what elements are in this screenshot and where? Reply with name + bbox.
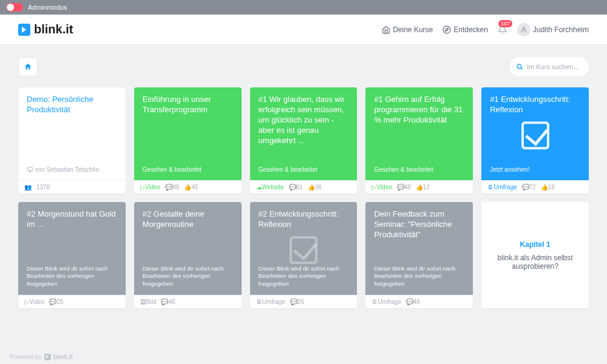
card-title: Demo: Persönliche Produktivität bbox=[27, 95, 117, 115]
card-status: Gesehen & bearbeitet bbox=[143, 166, 233, 173]
comment-count: 💬46 bbox=[161, 298, 175, 305]
comment-count: 💬48 bbox=[397, 184, 411, 190]
comment-count: 💬72 bbox=[522, 184, 536, 190]
card-reflexion-2[interactable]: #2 Entwicklungsschritt: Reflexion Dieser… bbox=[250, 202, 358, 308]
comment-count: 💬48 bbox=[406, 298, 420, 305]
card-intro[interactable]: Einführung in unser Transferprogramm Ges… bbox=[134, 87, 242, 194]
nav-discover[interactable]: Entdecken bbox=[443, 25, 488, 34]
card-demo[interactable]: Demo: Persönliche Produktivität von Seba… bbox=[18, 87, 126, 194]
check-icon bbox=[521, 121, 549, 149]
nav-notifications[interactable]: 107 bbox=[498, 25, 507, 35]
brand-logo[interactable]: blink.it bbox=[18, 22, 73, 36]
type-label: 🗎Umfrage bbox=[371, 298, 401, 305]
comment-count: 💬26 bbox=[290, 298, 304, 305]
card-title: #1 Wir glauben, dass wir erfolgreich sei… bbox=[259, 95, 349, 146]
like-count: 👍36 bbox=[308, 184, 322, 190]
card-meta: 🗎Umfrage 💬48 bbox=[365, 295, 473, 308]
card-title: #2 Gestalte deine Morgenroutine bbox=[143, 209, 233, 230]
card-meta: 🗎Umfrage 💬72 👍18 bbox=[481, 180, 589, 194]
admin-bar: Adminmodus bbox=[0, 0, 607, 15]
check-icon bbox=[290, 236, 317, 264]
search-input[interactable]: Im Kurs suchen... bbox=[510, 57, 589, 76]
users-icon: 👥 bbox=[24, 184, 32, 190]
admin-label: Adminmodus bbox=[28, 4, 67, 11]
home-icon bbox=[382, 25, 390, 34]
admin-toggle[interactable] bbox=[6, 3, 23, 12]
card-meta: ▷Video 💬88 👍45 bbox=[134, 180, 242, 194]
type-label: ▷Video bbox=[24, 298, 44, 305]
svg-point-3 bbox=[517, 64, 521, 69]
svg-point-0 bbox=[443, 26, 450, 33]
card-meta: 👥1378 bbox=[18, 180, 126, 194]
card-meta: ☁Website 💬61 👍36 bbox=[250, 180, 358, 194]
card-status: Dieser Blink wird dir sofort nach Bearbe… bbox=[374, 265, 464, 288]
card-title: Dein Feedback zum Seminar: "Persönliche … bbox=[374, 209, 464, 240]
svg-point-2 bbox=[523, 27, 525, 30]
nav-user[interactable]: Judith Forchheim bbox=[517, 23, 589, 36]
comment-count: 💬88 bbox=[165, 184, 179, 190]
card-status: Jetzt ansehen! bbox=[490, 166, 580, 173]
card-reflexion[interactable]: #1 Entwicklungsschritt: Reflexion Jetzt … bbox=[481, 87, 589, 194]
comment-count: 💬61 bbox=[289, 184, 303, 190]
card-title: #2 Morgenstund hat Gold im ... bbox=[27, 209, 117, 230]
card-brain[interactable]: #1 Gehirn auf Erfolg programmieren für d… bbox=[365, 87, 473, 194]
card-title: #2 Entwicklungsschritt: Reflexion bbox=[259, 209, 349, 230]
home-button[interactable] bbox=[18, 57, 38, 76]
card-status: Gesehen & bearbeitet bbox=[259, 166, 349, 173]
like-count: 👍45 bbox=[184, 184, 198, 190]
card-belief[interactable]: #1 Wir glauben, dass wir erfolgreich sei… bbox=[250, 87, 358, 194]
card-status: Dieser Blink wird dir sofort nach Bearbe… bbox=[27, 265, 117, 288]
card-title: #1 Gehirn auf Erfolg programmieren für d… bbox=[374, 95, 464, 126]
type-label: 🗎Umfrage bbox=[487, 184, 517, 190]
like-count: 👍18 bbox=[541, 184, 555, 190]
card-status: Dieser Blink wird dir sofort nach Bearbe… bbox=[143, 265, 233, 288]
content: Im Kurs suchen... Demo: Persönliche Prod… bbox=[0, 45, 607, 320]
card-meta: ▷Video 💬25 bbox=[18, 295, 126, 308]
card-title: #1 Entwicklungsschritt: Reflexion bbox=[490, 95, 580, 115]
house-icon bbox=[24, 62, 32, 71]
type-label: ▷Video bbox=[140, 184, 160, 190]
card-meta: 🗎Umfrage 💬26 bbox=[250, 295, 358, 308]
type-label: ☁Website bbox=[256, 184, 284, 190]
nav-courses[interactable]: Deine Kurse bbox=[382, 25, 433, 34]
brand-text: blink.it bbox=[34, 22, 73, 36]
svg-rect-5 bbox=[27, 167, 32, 171]
presenter-icon bbox=[27, 166, 33, 173]
notification-badge: 107 bbox=[498, 20, 512, 27]
svg-marker-1 bbox=[446, 28, 449, 31]
like-count: 👍12 bbox=[416, 184, 430, 190]
card-feedback[interactable]: Dein Feedback zum Seminar: "Persönliche … bbox=[365, 202, 473, 308]
card-morning-routine[interactable]: #2 Gestalte deine Morgenroutine Dieser B… bbox=[134, 202, 242, 308]
type-label: 🖼Bild bbox=[140, 298, 157, 305]
card-chapter-info[interactable]: Kapitel 1 blink.it als Admin selbst ausp… bbox=[481, 202, 589, 308]
card-status: Gesehen & bearbeitet bbox=[374, 166, 464, 173]
card-status: Dieser Blink wird dir sofort nach Bearbe… bbox=[259, 265, 349, 288]
compass-icon bbox=[443, 25, 451, 34]
type-label: 🗎Umfrage bbox=[256, 298, 285, 305]
chapter-label: Kapitel 1 bbox=[493, 240, 577, 249]
navbar: blink.it Deine Kurse Entdecken 107 Judit… bbox=[0, 15, 607, 45]
play-icon bbox=[18, 24, 30, 36]
card-meta: ▷Video 💬48 👍12 bbox=[365, 180, 473, 194]
search-icon bbox=[516, 63, 523, 70]
card-title: Einführung in unser Transferprogramm bbox=[143, 95, 233, 115]
card-grid: Demo: Persönliche Produktivität von Seba… bbox=[18, 87, 589, 308]
avatar-icon bbox=[517, 23, 531, 36]
chapter-text: blink.it als Admin selbst ausprobieren? bbox=[493, 254, 577, 271]
type-label: ▷Video bbox=[371, 184, 392, 190]
svg-line-4 bbox=[521, 68, 523, 70]
card-author: von Sebastian Tetschke bbox=[27, 166, 117, 173]
comment-count: 💬25 bbox=[49, 298, 63, 305]
card-meta: 🖼Bild 💬46 bbox=[134, 295, 242, 308]
card-morning-gold[interactable]: #2 Morgenstund hat Gold im ... Dieser Bl… bbox=[18, 202, 126, 308]
